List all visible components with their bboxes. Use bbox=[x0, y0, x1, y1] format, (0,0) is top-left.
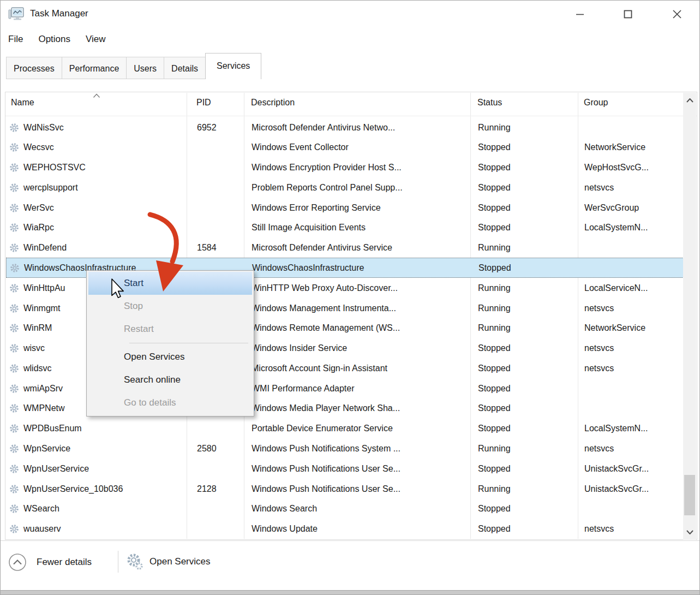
table-row[interactable]: wuauservWindows UpdateStoppednetsvcs bbox=[6, 519, 684, 539]
cell-name: WinDefend bbox=[23, 243, 67, 253]
cell-name: WerSvc bbox=[23, 203, 54, 213]
vertical-scrollbar[interactable] bbox=[683, 93, 696, 540]
context-menu-item-start[interactable]: Start bbox=[88, 272, 252, 295]
service-gear-icon bbox=[9, 343, 19, 353]
service-gear-icon bbox=[9, 163, 19, 172]
context-menu-item-search-online[interactable]: Search online bbox=[88, 368, 252, 391]
tab-details[interactable]: Details bbox=[164, 57, 206, 79]
cell-name: WSearch bbox=[23, 504, 59, 514]
close-button[interactable] bbox=[665, 4, 689, 25]
cell-name: WinRM bbox=[23, 323, 52, 333]
window-resize-edge[interactable] bbox=[1, 590, 699, 594]
cell-name: Wecsvc bbox=[23, 142, 54, 152]
column-header-description[interactable]: Description bbox=[251, 98, 295, 108]
cell-description: Windows Push Notifications System ... bbox=[252, 444, 400, 454]
cell-status: Stopped bbox=[478, 163, 511, 172]
table-row[interactable]: WpnUserServiceWindows Push Notifications… bbox=[6, 459, 684, 479]
table-row[interactable]: WEPHOSTSVCWindows Encryption Provider Ho… bbox=[6, 158, 684, 178]
service-gear-icon bbox=[9, 203, 19, 213]
cell-status: Stopped bbox=[478, 343, 511, 353]
cell-status: Running bbox=[478, 283, 511, 293]
open-services-link[interactable]: Open Services bbox=[127, 553, 211, 570]
table-row[interactable]: WpnService2580Windows Push Notifications… bbox=[6, 438, 684, 459]
services-gear-icon bbox=[127, 553, 143, 570]
window-title: Task Manager bbox=[30, 8, 88, 19]
cell-description: Windows Encryption Provider Host S... bbox=[252, 163, 402, 172]
cell-group: netsvcs bbox=[584, 364, 614, 373]
cell-description: WinHTTP Web Proxy Auto-Discover... bbox=[252, 283, 398, 293]
cell-name: WEPHOSTSVC bbox=[23, 163, 86, 172]
cell-description: WindowsChaosInfrastructure bbox=[252, 263, 364, 273]
service-gear-icon bbox=[9, 123, 19, 133]
scrollbar-thumb[interactable] bbox=[684, 475, 695, 515]
service-gear-icon bbox=[9, 183, 19, 193]
cell-name: WpnService bbox=[23, 444, 70, 454]
cell-group: WerSvcGroup bbox=[584, 203, 639, 213]
tab-performance[interactable]: Performance bbox=[62, 57, 127, 79]
footer-bar: Fewer details Open Services bbox=[1, 541, 699, 591]
table-row[interactable]: WPDBusEnumPortable Device Enumerator Ser… bbox=[6, 419, 684, 439]
tab-users[interactable]: Users bbox=[126, 57, 164, 79]
cell-group: LocalSystemN... bbox=[584, 424, 648, 433]
cell-status: Stopped bbox=[478, 384, 511, 394]
cell-description: Windows Media Player Network Sha... bbox=[252, 403, 400, 413]
scroll-up-button[interactable] bbox=[683, 93, 696, 108]
context-menu-item-stop: Stop bbox=[88, 295, 252, 318]
menu-item-view[interactable]: View bbox=[86, 31, 106, 50]
column-header-status[interactable]: Status bbox=[477, 98, 502, 108]
context-menu-item-open-services[interactable]: Open Services bbox=[88, 346, 252, 368]
cell-group: LocalServiceN... bbox=[584, 283, 648, 293]
cell-group: netsvcs bbox=[584, 183, 614, 193]
cell-description: Microsoft Account Sign-in Assistant bbox=[252, 364, 387, 373]
task-manager-icon bbox=[8, 7, 25, 22]
cell-group: netsvcs bbox=[584, 444, 614, 454]
table-row[interactable]: WerSvcWindows Error Reporting ServiceSto… bbox=[6, 198, 684, 218]
scroll-down-button[interactable] bbox=[683, 525, 696, 540]
cell-status: Stopped bbox=[478, 223, 511, 233]
service-gear-icon bbox=[9, 304, 19, 313]
cell-group: NetworkService bbox=[584, 142, 645, 152]
cell-group: NetworkService bbox=[584, 323, 645, 333]
minimize-button[interactable] bbox=[568, 4, 592, 25]
table-row[interactable]: WpnUserService_10b0362128Windows Push No… bbox=[6, 479, 684, 499]
cell-status: Running bbox=[478, 484, 511, 494]
tab-strip: ProcessesPerformanceUsersDetailsServices bbox=[6, 53, 261, 79]
table-row[interactable]: WSearchWindows SearchStopped bbox=[6, 499, 684, 519]
column-header-name[interactable]: Name bbox=[11, 98, 34, 108]
cell-status: Running bbox=[478, 323, 511, 333]
cell-name: WdNisSvc bbox=[23, 123, 64, 133]
table-row[interactable]: WdNisSvc6952Microsoft Defender Antivirus… bbox=[6, 117, 684, 138]
fewer-details-button[interactable]: Fewer details bbox=[8, 553, 92, 572]
cell-description: Portable Device Enumerator Service bbox=[252, 424, 393, 433]
table-row[interactable]: wercplsupportProblem Reports Control Pan… bbox=[6, 177, 684, 198]
cell-status: Stopped bbox=[478, 524, 511, 534]
service-gear-icon bbox=[9, 384, 19, 394]
cell-name: wercplsupport bbox=[23, 183, 78, 193]
cell-pid: 2580 bbox=[197, 444, 217, 454]
cell-description: Windows Remote Management (WS... bbox=[252, 323, 400, 333]
cell-description: WMI Performance Adapter bbox=[252, 384, 355, 394]
sort-ascending-icon bbox=[93, 93, 100, 98]
column-header-pid[interactable]: PID bbox=[196, 98, 211, 108]
cell-description: Windows Push Notifications User Se... bbox=[252, 484, 400, 494]
tab-processes[interactable]: Processes bbox=[6, 57, 62, 79]
service-gear-icon bbox=[9, 484, 19, 494]
cell-status: Stopped bbox=[478, 263, 511, 273]
maximize-button[interactable] bbox=[616, 4, 640, 25]
cell-description: Still Image Acquisition Events bbox=[252, 223, 366, 233]
service-gear-icon bbox=[9, 524, 19, 534]
menu-item-options[interactable]: Options bbox=[38, 31, 70, 50]
tab-services[interactable]: Services bbox=[205, 53, 261, 79]
column-header-group[interactable]: Group bbox=[584, 98, 608, 108]
service-gear-icon bbox=[10, 263, 20, 273]
cell-status: Running bbox=[478, 123, 511, 133]
menu-item-file[interactable]: File bbox=[8, 31, 23, 50]
cell-description: Microsoft Defender Antivirus Service bbox=[252, 243, 392, 253]
context-menu-separator bbox=[129, 343, 248, 343]
cell-description: Problem Reports Control Panel Supp... bbox=[252, 183, 403, 193]
table-row[interactable]: WecsvcWindows Event CollectorStoppedNetw… bbox=[6, 138, 684, 158]
cell-status: Running bbox=[478, 243, 511, 253]
table-row[interactable]: WinDefend1584Microsoft Defender Antiviru… bbox=[6, 238, 684, 258]
table-row[interactable]: WiaRpcStill Image Acquisition EventsStop… bbox=[6, 218, 684, 238]
cell-group: netsvcs bbox=[584, 304, 614, 313]
